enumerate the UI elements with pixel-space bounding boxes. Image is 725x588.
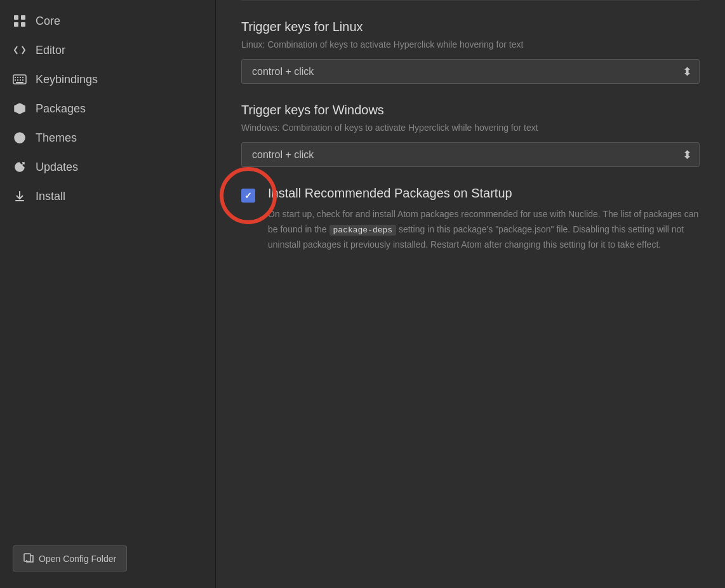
windows-trigger-description: Windows: Combination of keys to activate… <box>241 121 700 135</box>
open-config-label: Open Config Folder <box>39 554 116 564</box>
package-icon <box>13 102 27 116</box>
sidebar-item-packages[interactable]: Packages <box>0 94 215 123</box>
windows-trigger-title: Trigger keys for Windows <box>241 103 700 117</box>
sidebar-item-keybindings-label: Keybindings <box>36 73 98 86</box>
svg-rect-2 <box>14 22 18 27</box>
svg-rect-12 <box>22 79 23 81</box>
linux-trigger-description: Linux: Combination of keys to activate H… <box>241 38 700 51</box>
themes-icon <box>13 131 27 145</box>
sidebar-item-updates[interactable]: Updates <box>0 152 215 182</box>
linux-trigger-section: Trigger keys for Linux Linux: Combinatio… <box>241 20 700 84</box>
sidebar-item-themes[interactable]: Themes <box>0 123 215 152</box>
install-recommended-description: On start up, check for and install Atom … <box>268 207 700 253</box>
linux-select-wrapper: control + click alt + click control + al… <box>241 59 700 84</box>
open-config-icon <box>23 552 34 565</box>
sidebar-item-core-label: Core <box>36 15 60 28</box>
sidebar-item-core[interactable]: Core <box>0 6 215 36</box>
checkbox-container: ✓ <box>241 189 255 203</box>
svg-rect-0 <box>14 15 18 20</box>
svg-rect-13 <box>16 82 23 83</box>
top-divider <box>241 0 700 1</box>
svg-rect-10 <box>17 79 18 81</box>
install-icon <box>13 189 27 203</box>
svg-rect-3 <box>21 22 25 27</box>
install-recommended-checkbox[interactable]: ✓ <box>241 189 255 203</box>
sidebar-item-updates-label: Updates <box>36 161 78 174</box>
svg-rect-1 <box>21 15 25 20</box>
checkbox-checkmark-icon: ✓ <box>244 190 252 201</box>
sidebar-item-editor-label: Editor <box>36 44 65 57</box>
install-recommended-title: Install Recommended Packages on Startup <box>268 186 700 201</box>
main-content: Trigger keys for Linux Linux: Combinatio… <box>216 0 725 588</box>
svg-rect-20 <box>24 554 30 561</box>
svg-rect-7 <box>20 77 21 78</box>
svg-rect-19 <box>15 200 24 201</box>
sidebar-item-keybindings[interactable]: Keybindings <box>0 65 215 94</box>
svg-rect-6 <box>17 77 18 78</box>
sidebar-item-install-label: Install <box>36 190 65 203</box>
windows-trigger-select[interactable]: control + click alt + click control + al… <box>241 142 700 167</box>
windows-select-wrapper: control + click alt + click control + al… <box>241 142 700 167</box>
windows-trigger-section: Trigger keys for Windows Windows: Combin… <box>241 103 700 167</box>
sidebar-item-packages-label: Packages <box>36 102 86 116</box>
svg-rect-5 <box>15 77 16 78</box>
svg-rect-18 <box>19 191 20 192</box>
editor-icon <box>13 43 27 57</box>
sidebar: Core Editor Keyb <box>0 0 216 588</box>
svg-rect-9 <box>15 79 16 81</box>
sidebar-item-install[interactable]: Install <box>0 182 215 211</box>
sidebar-item-themes-label: Themes <box>36 131 77 145</box>
linux-trigger-select[interactable]: control + click alt + click control + al… <box>241 59 700 84</box>
keyboard-icon <box>13 72 27 86</box>
grid-icon <box>13 14 27 28</box>
svg-rect-8 <box>22 77 23 78</box>
linux-trigger-title: Trigger keys for Linux <box>241 20 700 34</box>
install-recommended-section: ✓ Install Recommended Packages on Startu… <box>241 186 700 253</box>
sidebar-item-editor[interactable]: Editor <box>0 36 215 65</box>
updates-icon <box>13 160 27 174</box>
package-deps-code: package-deps <box>329 225 397 236</box>
svg-rect-11 <box>20 79 21 81</box>
install-recommended-text-block: Install Recommended Packages on Startup … <box>268 186 700 253</box>
open-config-button[interactable]: Open Config Folder <box>13 545 127 571</box>
